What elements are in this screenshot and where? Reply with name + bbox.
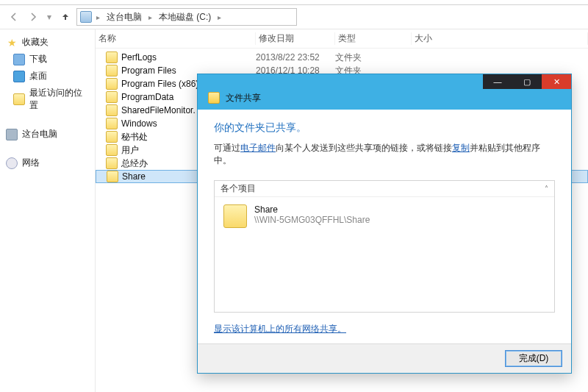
- drive-icon: [80, 11, 92, 23]
- nav-network-label: 网络: [22, 157, 40, 169]
- dialog-message-mid: 向某个人发送到这些共享项的链接，或将链接: [276, 143, 452, 153]
- nav-this-pc[interactable]: 这台电脑: [3, 126, 92, 143]
- shared-item-path: \\WIN-5GMG03QFFHL\Share: [254, 215, 370, 225]
- navigation-pane: ★ 收藏夹 下载桌面最近访问的位置 这台电脑 网络: [0, 29, 96, 392]
- file-name: Program Files (x86): [121, 79, 198, 89]
- sidebar-item-label: 最近访问的位置: [29, 87, 89, 112]
- dialog-heading: 你的文件夹已共享。: [214, 121, 555, 135]
- show-all-shares-link[interactable]: 显示该计算机上的所有网络共享。: [214, 324, 346, 334]
- table-row[interactable]: PerfLogs2013/8/22 23:52文件夹: [96, 51, 588, 64]
- star-icon: ★: [6, 37, 18, 49]
- nav-favorites-label: 收藏夹: [22, 36, 49, 49]
- column-header-size[interactable]: 大小: [412, 32, 588, 45]
- shared-item-name: Share: [254, 204, 370, 215]
- column-header-date[interactable]: 修改日期: [256, 32, 335, 45]
- nav-favorites-header[interactable]: ★ 收藏夹: [3, 34, 92, 51]
- folder-icon: [107, 171, 118, 182]
- pc-icon: [6, 129, 18, 140]
- folder-icon: [106, 144, 118, 156]
- sidebar-item-download[interactable]: 下载: [3, 51, 92, 68]
- shared-items-header-label: 各个项目: [220, 182, 256, 195]
- chevron-right-icon: ▸: [216, 13, 223, 21]
- shared-item[interactable]: Share \\WIN-5GMG03QFFHL\Share: [223, 204, 545, 228]
- file-name: 用户: [121, 144, 139, 157]
- file-name: PerfLogs: [121, 52, 157, 63]
- file-name: Program Files: [121, 65, 176, 76]
- dialog-titlebar[interactable]: — ▢ ✕ 文件共享: [198, 74, 571, 110]
- folder-share-icon: [208, 92, 220, 104]
- shared-items-header[interactable]: 各个项目 ˄: [215, 181, 554, 197]
- window-maximize-button[interactable]: ▢: [512, 74, 542, 89]
- file-name: Windows: [121, 118, 157, 129]
- file-type: 文件夹: [335, 51, 412, 64]
- file-name: Share: [122, 171, 146, 182]
- nav-up-button[interactable]: [57, 9, 74, 25]
- dialog-message: 可通过电子邮件向某个人发送到这些共享项的链接，或将链接复制并粘贴到其他程序中。: [214, 142, 555, 167]
- dialog-footer: 完成(D): [198, 343, 571, 373]
- nav-this-pc-label: 这台电脑: [22, 128, 57, 140]
- desktop-icon: [13, 71, 25, 82]
- file-date: 2013/8/22 23:52: [256, 52, 335, 63]
- window-minimize-button[interactable]: —: [483, 74, 512, 89]
- file-name: 秘书处: [121, 131, 148, 143]
- file-name: SharedFileMonitor.: [121, 105, 196, 115]
- window-close-button[interactable]: ✕: [542, 74, 571, 89]
- sidebar-item-desktop[interactable]: 桌面: [3, 68, 92, 85]
- nav-back-button[interactable]: [6, 9, 22, 25]
- recent-icon: [13, 93, 25, 105]
- dialog-body: 你的文件夹已共享。 可通过电子邮件向某个人发送到这些共享项的链接，或将链接复制并…: [198, 110, 571, 343]
- nav-history-dropdown[interactable]: ▾: [44, 9, 54, 25]
- sidebar-item-recent[interactable]: 最近访问的位置: [3, 85, 92, 114]
- download-icon: [13, 54, 25, 65]
- folder-icon: [106, 78, 118, 90]
- shared-items-box: 各个项目 ˄ Share \\WIN-5GMG03QFFHL\Share: [214, 180, 555, 313]
- done-button[interactable]: 完成(D): [505, 350, 562, 367]
- sidebar-item-label: 桌面: [29, 70, 47, 82]
- file-name: 总经办: [121, 157, 148, 170]
- dialog-title: 文件共享: [226, 92, 261, 104]
- column-headers: 名称 修改日期 类型 大小: [96, 29, 588, 49]
- done-button-label: 完成(D): [519, 352, 549, 365]
- sidebar-item-label: 下载: [29, 53, 47, 65]
- breadcrumb-this-pc[interactable]: 这台电脑: [104, 9, 144, 25]
- nav-network[interactable]: 网络: [3, 154, 92, 171]
- email-link[interactable]: 电子邮件: [240, 143, 276, 153]
- dialog-message-prefix: 可通过: [214, 143, 240, 153]
- chevron-up-icon: ˄: [545, 185, 548, 193]
- folder-icon: [106, 91, 118, 103]
- address-bar: ▾ ▸ 这台电脑 ▸ 本地磁盘 (C:) ▸: [0, 5, 588, 29]
- folder-icon: [106, 157, 118, 169]
- breadcrumb[interactable]: ▸ 这台电脑 ▸ 本地磁盘 (C:) ▸: [76, 8, 297, 26]
- folder-icon: [106, 65, 118, 76]
- copy-link[interactable]: 复制: [452, 143, 470, 153]
- folder-icon: [106, 51, 118, 63]
- network-icon: [6, 157, 18, 169]
- folder-icon: [223, 204, 247, 228]
- window-chrome-strip: [0, 0, 588, 5]
- file-name: ProgramData: [121, 92, 173, 102]
- chevron-right-icon: ▸: [147, 13, 154, 21]
- column-header-type[interactable]: 类型: [335, 32, 412, 45]
- breadcrumb-drive-c[interactable]: 本地磁盘 (C:): [157, 9, 213, 25]
- folder-icon: [106, 104, 118, 116]
- chevron-right-icon: ▸: [95, 13, 101, 21]
- column-header-name[interactable]: 名称: [96, 32, 256, 45]
- nav-forward-button[interactable]: [25, 9, 41, 25]
- file-sharing-dialog: — ▢ ✕ 文件共享 你的文件夹已共享。 可通过电子邮件向某个人发送到这些共享项…: [197, 74, 572, 374]
- folder-icon: [106, 118, 118, 129]
- folder-icon: [106, 131, 118, 143]
